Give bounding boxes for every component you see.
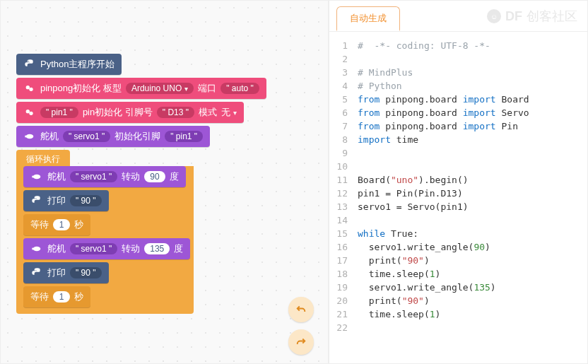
line-number: 19 <box>329 281 358 294</box>
code-src: servo1 = Servo(pin1) <box>358 200 469 213</box>
redo-button[interactable] <box>288 329 314 355</box>
svg-point-0 <box>26 86 30 89</box>
code-line: 17 print("90") <box>329 254 587 267</box>
block-text: 等待 <box>30 218 49 231</box>
line-number: 12 <box>329 187 358 200</box>
python-icon <box>30 194 43 207</box>
code-src: from pinpong.board import Servo <box>358 106 529 119</box>
line-number: 2 <box>329 52 358 66</box>
code-line: 5from pinpong.board import Board <box>329 93 587 106</box>
print-value[interactable]: " 90 " <box>70 267 102 278</box>
servo-icon <box>30 242 43 255</box>
block-text: 端口 <box>198 82 216 95</box>
code-line: 12pin1 = Pin(Pin.D13) <box>329 187 587 200</box>
servo-name-pill[interactable]: " servo1 " <box>70 243 117 254</box>
block-text: 度 <box>170 170 179 183</box>
code-line: 4# Python <box>329 79 587 93</box>
line-number: 13 <box>329 200 358 213</box>
code-viewer[interactable]: 1# -*- coding: UTF-8 -*-23# MindPlus4# P… <box>329 32 587 363</box>
svg-point-6 <box>33 175 41 180</box>
code-src: time.sleep(1) <box>358 267 440 281</box>
chip-icon <box>23 106 36 119</box>
angle-input[interactable]: 135 <box>144 243 170 254</box>
code-src: while True: <box>358 227 418 240</box>
block-text: 初始化引脚 <box>114 130 160 143</box>
mode-dropdown[interactable]: 无 <box>221 106 237 119</box>
line-number: 5 <box>329 93 358 106</box>
undo-button[interactable] <box>288 297 314 322</box>
pin-name-pill[interactable]: " pin1 " <box>40 107 78 118</box>
line-number: 6 <box>329 106 358 119</box>
port-value[interactable]: " auto " <box>220 83 259 94</box>
code-src: # Python <box>358 79 402 93</box>
block-text: 度 <box>174 242 183 255</box>
block-text: pin初始化 引脚号 <box>83 106 153 119</box>
servo-pin-pill[interactable]: " pin1 " <box>165 131 203 142</box>
block-pin-init[interactable]: " pin1 " pin初始化 引脚号 " D13 " 模式 无 <box>16 102 244 123</box>
code-line: 13servo1 = Servo(pin1) <box>329 200 587 213</box>
block-wait-1b[interactable]: 等待 1 秒 <box>23 286 90 307</box>
code-src: from pinpong.board import Pin <box>358 119 518 133</box>
line-number: 10 <box>329 160 358 173</box>
block-text: 模式 <box>199 106 217 119</box>
blocks-canvas[interactable]: Python主程序开始 pinpong初始化 板型 Arduino UNO 端口… <box>0 0 329 364</box>
angle-input[interactable]: 90 <box>144 171 165 182</box>
python-icon <box>23 58 36 71</box>
code-src: # -*- coding: UTF-8 -*- <box>358 39 490 52</box>
code-line: 20 print("90") <box>329 294 587 307</box>
code-line: 3# MindPlus <box>329 66 587 79</box>
block-main-start[interactable]: Python主程序开始 <box>16 54 122 75</box>
wait-input[interactable]: 1 <box>53 219 70 230</box>
print-value[interactable]: " 90 " <box>70 195 102 206</box>
block-text: 打印 <box>47 194 66 207</box>
loop-body: 舵机 " servo1 " 转动 90 度 打印 " 90 " 等待 1 秒 舵… <box>16 166 194 314</box>
code-line: 10 <box>329 160 587 173</box>
code-src: import time <box>358 133 418 146</box>
line-number: 18 <box>329 267 358 281</box>
svg-point-1 <box>29 88 33 91</box>
block-text: 打印 <box>47 266 66 279</box>
block-servo-init[interactable]: 舵机 " servo1 " 初始化引脚 " pin1 " <box>16 126 210 147</box>
block-init-board[interactable]: pinpong初始化 板型 Arduino UNO 端口 " auto " <box>16 78 266 99</box>
block-text: Python主程序开始 <box>40 58 114 71</box>
wait-input[interactable]: 1 <box>53 291 70 303</box>
code-line: 7from pinpong.board import Pin <box>329 119 587 133</box>
code-line: 14 <box>329 213 587 227</box>
block-text: 循环执行 <box>26 154 60 164</box>
svg-rect-9 <box>32 248 33 250</box>
block-servo-rotate-135[interactable]: 舵机 " servo1 " 转动 135 度 <box>23 238 190 259</box>
line-number: 14 <box>329 213 358 227</box>
servo-icon <box>30 170 43 183</box>
block-print-90b[interactable]: 打印 " 90 " <box>23 262 109 283</box>
tab-auto-generate[interactable]: 自动生成 <box>336 6 400 31</box>
block-print-90a[interactable]: 打印 " 90 " <box>23 190 109 211</box>
code-line: 11Board("uno").begin() <box>329 173 587 187</box>
pin-number-pill[interactable]: " D13 " <box>157 107 194 118</box>
code-tabs: 自动生成 <box>329 1 587 32</box>
line-number: 7 <box>329 119 358 133</box>
block-servo-rotate-90[interactable]: 舵机 " servo1 " 转动 90 度 <box>23 166 186 187</box>
block-wait-1a[interactable]: 等待 1 秒 <box>23 214 90 235</box>
code-line: 21 time.sleep(1) <box>329 307 587 321</box>
line-number: 21 <box>329 307 358 321</box>
servo-name-pill[interactable]: " servo1 " <box>70 171 117 182</box>
code-line: 18 time.sleep(1) <box>329 267 587 281</box>
line-number: 8 <box>329 133 358 146</box>
line-number: 15 <box>329 227 358 240</box>
board-dropdown[interactable]: Arduino UNO <box>126 83 194 94</box>
code-src: from pinpong.board import Board <box>358 93 529 106</box>
svg-rect-7 <box>32 176 33 178</box>
line-number: 17 <box>329 254 358 267</box>
line-number: 22 <box>329 321 358 334</box>
code-line: 8import time <box>329 133 587 146</box>
line-number: 3 <box>329 66 358 79</box>
code-src: Board("uno").begin() <box>358 173 469 187</box>
code-line: 22 <box>329 321 587 334</box>
block-text: 等待 <box>30 290 49 303</box>
block-text: 舵机 <box>40 130 59 143</box>
servo-name-pill[interactable]: " servo1 " <box>63 131 110 142</box>
code-panel: ☺ DF 创客社区 自动生成 1# -*- coding: UTF-8 -*-2… <box>329 0 588 364</box>
svg-point-4 <box>26 134 34 139</box>
code-line: 19 servo1.write_angle(135) <box>329 281 587 294</box>
block-text: 转动 <box>122 242 140 255</box>
